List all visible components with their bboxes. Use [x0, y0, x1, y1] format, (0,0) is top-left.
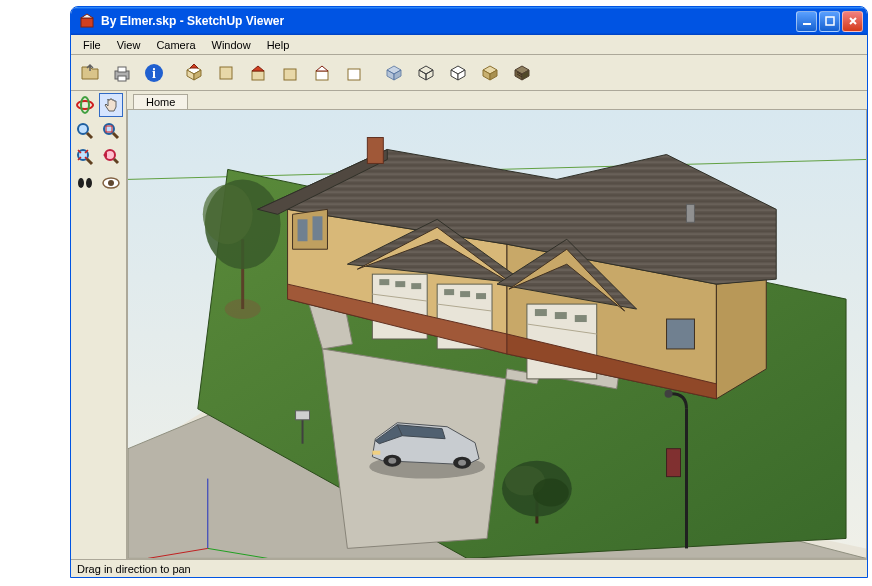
menu-camera[interactable]: Camera: [148, 37, 203, 53]
svg-rect-3: [826, 17, 834, 25]
hidden-line-icon[interactable]: [443, 58, 473, 88]
svg-rect-0: [81, 18, 93, 27]
svg-rect-2: [803, 23, 811, 25]
svg-marker-18: [316, 66, 328, 71]
svg-rect-6: [118, 76, 126, 81]
back-view-icon[interactable]: [307, 58, 337, 88]
minimize-button[interactable]: [796, 11, 817, 32]
svg-point-112: [458, 460, 466, 466]
svg-rect-100: [686, 204, 694, 222]
svg-rect-104: [667, 319, 695, 349]
svg-point-50: [78, 178, 84, 188]
scene-tabs: Home: [127, 91, 867, 109]
iso-view-icon[interactable]: [179, 58, 209, 88]
viewport-3d[interactable]: [127, 109, 867, 559]
titlebar[interactable]: By Elmer.skp - SketchUp Viewer: [71, 7, 867, 35]
statusbar: Drag in direction to pan: [71, 559, 867, 577]
top-view-icon[interactable]: [211, 58, 241, 88]
svg-rect-88: [535, 309, 547, 316]
svg-line-44: [113, 133, 118, 138]
shaded-icon[interactable]: [475, 58, 505, 88]
svg-rect-99: [367, 138, 383, 164]
app-window: By Elmer.skp - SketchUp Viewer File View…: [70, 6, 868, 578]
info-icon[interactable]: i: [139, 58, 169, 88]
xray-icon[interactable]: [379, 58, 409, 88]
wireframe-icon[interactable]: [411, 58, 441, 88]
previous-view-icon[interactable]: [99, 145, 123, 169]
svg-rect-82: [379, 279, 389, 285]
main-toolbar: i: [71, 55, 867, 91]
zoom-icon[interactable]: [73, 119, 97, 143]
status-text: Drag in direction to pan: [77, 563, 191, 575]
svg-rect-102: [298, 219, 308, 241]
svg-point-67: [203, 184, 253, 244]
menu-view[interactable]: View: [109, 37, 149, 53]
svg-rect-83: [395, 281, 405, 287]
svg-rect-87: [476, 293, 486, 299]
svg-rect-116: [667, 449, 681, 477]
shaded-textures-icon[interactable]: [507, 58, 537, 88]
svg-rect-14: [252, 71, 264, 80]
svg-rect-16: [284, 69, 296, 80]
menu-file[interactable]: File: [75, 37, 109, 53]
svg-rect-84: [411, 283, 421, 289]
side-toolbar: [71, 91, 127, 559]
svg-marker-12: [190, 64, 198, 68]
svg-marker-24: [419, 70, 426, 80]
window-title: By Elmer.skp - SketchUp Viewer: [99, 14, 796, 28]
svg-rect-90: [575, 315, 587, 322]
zoom-extents-icon[interactable]: [73, 145, 97, 169]
svg-text:i: i: [152, 66, 156, 81]
svg-rect-113: [372, 451, 380, 455]
svg-marker-15: [252, 66, 264, 71]
svg-point-40: [78, 124, 88, 134]
svg-point-38: [81, 97, 89, 113]
walk-icon[interactable]: [73, 171, 97, 195]
right-view-icon[interactable]: [275, 58, 305, 88]
svg-point-115: [665, 390, 673, 398]
svg-point-53: [108, 180, 114, 186]
svg-rect-69: [296, 411, 310, 420]
menu-help[interactable]: Help: [259, 37, 298, 53]
svg-point-110: [388, 458, 396, 464]
pan-icon[interactable]: [99, 93, 123, 117]
open-file-icon[interactable]: [75, 58, 105, 88]
zoom-window-icon[interactable]: [99, 119, 123, 143]
app-icon: [79, 13, 95, 29]
scene-tab-home[interactable]: Home: [133, 94, 188, 109]
svg-line-48: [114, 159, 118, 163]
svg-rect-103: [313, 216, 323, 240]
svg-line-46: [87, 159, 92, 164]
svg-rect-89: [555, 312, 567, 319]
left-view-icon[interactable]: [339, 58, 369, 88]
svg-line-41: [87, 133, 92, 138]
svg-point-120: [533, 479, 569, 507]
svg-point-37: [77, 101, 93, 109]
svg-rect-5: [118, 67, 126, 72]
svg-rect-13: [220, 67, 232, 79]
look-around-icon[interactable]: [99, 171, 123, 195]
svg-marker-1: [81, 14, 93, 18]
svg-marker-25: [426, 70, 433, 80]
svg-rect-19: [348, 69, 360, 80]
front-view-icon[interactable]: [243, 58, 273, 88]
close-button[interactable]: [842, 11, 863, 32]
menubar: File View Camera Window Help: [71, 35, 867, 55]
maximize-button[interactable]: [819, 11, 840, 32]
menu-window[interactable]: Window: [204, 37, 259, 53]
svg-point-51: [86, 178, 92, 188]
svg-marker-23: [419, 66, 433, 74]
svg-rect-17: [316, 71, 328, 80]
svg-rect-85: [444, 289, 454, 295]
print-icon[interactable]: [107, 58, 137, 88]
orbit-icon[interactable]: [73, 93, 97, 117]
svg-rect-86: [460, 291, 470, 297]
